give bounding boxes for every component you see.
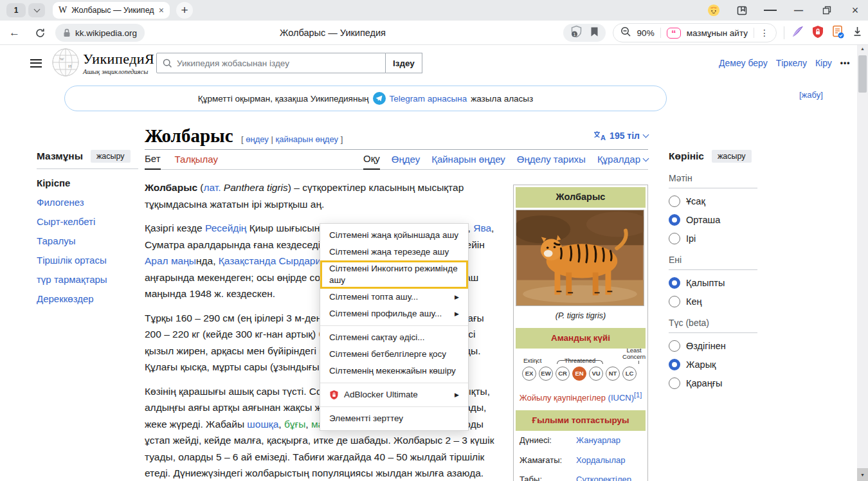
zoom-level[interactable]: 90% [637,28,655,38]
radio-option[interactable]: Ұсақ [669,195,757,207]
radio-option[interactable]: Орташа [669,214,757,226]
header-link[interactable]: Демеу беру [719,58,768,68]
protect-shield-button[interactable]: 1 [570,25,583,41]
scrollbar-down-icon[interactable]: ▼ [857,468,868,481]
wiki-menu-button[interactable] [30,57,42,69]
wikipedia-wordmark[interactable]: УикипедиЯ Ашық энциклопедиясы [83,51,154,75]
page-tab[interactable]: Талқылау [175,153,218,169]
toc-item[interactable]: Дереккөздер [37,293,138,304]
restore-button[interactable] [820,6,833,15]
wiki-link[interactable]: Арал маңы [145,255,196,266]
menu-item-highlighted[interactable]: Сілтемені Инкогнито режимінде ашу [320,260,468,289]
toc-item[interactable]: Сырт-келбеті [37,216,138,227]
scrollbar-thumb[interactable] [858,55,867,93]
page-tab[interactable]: Құралдар [597,154,648,169]
iucn-link[interactable]: (IUCN) [608,393,634,403]
menu-item[interactable]: Сілтемені сақтау әдісі... [320,329,468,346]
wiki-link[interactable]: лат. [204,182,221,193]
radio-unselected[interactable] [669,296,680,307]
taxonomy-header: Ғылыми топтастыруы [516,410,646,431]
radio-unselected[interactable] [669,377,680,389]
article-title: Жолбарыс [145,125,233,146]
more-options-icon[interactable]: ⋮ [760,28,769,38]
tab-list-chevron-button[interactable] [28,3,45,17]
header-more-icon[interactable]: ••• [840,59,851,68]
radio-option[interactable]: Қалыпты [669,277,757,289]
close-window-button[interactable]: × [849,4,862,17]
page-tab[interactable]: Өңдеу [392,154,420,169]
telegram-link[interactable]: Telegram арнасына [390,94,467,104]
radio-option[interactable]: Ірі [669,233,757,244]
wiki-link[interactable]: Ява [473,222,491,233]
tab-close-icon[interactable]: × [159,5,164,15]
radio-selected[interactable] [669,359,680,370]
browser-menu-button[interactable] [764,8,777,13]
menu-item[interactable]: Сілтемені жаңа қойыншада ашу [320,227,468,244]
radio-option[interactable]: Өздігінен [669,340,757,352]
toc-item[interactable]: Кіріспе [37,177,138,188]
taxonomy-value[interactable]: Жануарлар [576,432,620,449]
menu-item[interactable]: Сілтемені топта ашу...▶ [320,289,468,305]
new-tab-button[interactable]: + [176,2,193,19]
menu-item[interactable]: Сілтеменің мекенжайын көшіру [320,363,468,379]
page-tab[interactable]: Оқу [363,153,380,170]
side-panel-button[interactable] [736,5,748,16]
minimize-button[interactable]: — [792,5,805,15]
taxonomy-row: Дүниесі:Жануарлар [516,431,646,451]
wiki-link[interactable]: Ресейдің [205,222,246,233]
wiki-link[interactable]: Қазақстанда [219,255,276,266]
page-scrollbar[interactable]: ▲ ▼ [857,45,868,481]
radio-unselected[interactable] [669,195,680,207]
read-aloud-button[interactable]: мазмұнын айту [687,28,748,38]
browser-tab[interactable]: W Жолбарыс — Уикипеди × [53,2,170,19]
menu-item[interactable]: Сілтемені жаңа терезеде ашу [320,244,468,260]
page-tab[interactable]: Қайнарын өңдеу [431,154,505,169]
menu-item[interactable]: Сілтемені бетбелгілерге қосу [320,346,468,363]
search-input[interactable]: Уикипедия жобасынан іздеу [156,53,386,73]
tab-counter-button[interactable]: 1 [6,3,26,17]
menu-item[interactable]: Сілтемені профильде ашу...▶ [320,305,468,322]
toc-item[interactable]: түр тармақтары [37,274,138,285]
page-tab[interactable]: Өңделу тарихы [517,154,586,169]
translate-doc-button[interactable] [831,25,845,41]
status-ref-link[interactable]: [1] [634,390,642,398]
radio-selected[interactable] [669,214,680,226]
profile-avatar[interactable] [707,3,720,17]
edit-link[interactable]: өңдеу [246,134,269,144]
zoom-out-button[interactable] [620,26,631,40]
taxonomy-value[interactable]: Сүтқоректілер [576,471,631,481]
radio-option[interactable]: Жарық [669,359,757,370]
scrollbar-up-icon[interactable]: ▲ [857,46,868,51]
menu-item[interactable]: AdBlocker Ultimate▶ [320,386,468,403]
header-link[interactable]: Тіркелу [776,58,807,68]
page-tab[interactable]: Бет [145,153,161,170]
header-link[interactable]: Кіру [815,58,832,68]
downloads-button[interactable] [852,26,863,40]
wiki-link[interactable]: шошқа [247,419,278,430]
toc-item[interactable]: Тіршілік ортасы [37,255,138,266]
wiki-link-visited[interactable]: бұғы [284,419,305,430]
appearance-section-label: Мәтін [669,173,757,188]
toc-item[interactable]: Филогенез [37,197,138,208]
radio-option[interactable]: Қараңғы [669,377,757,389]
wikipedia-logo[interactable]: WИ [51,48,80,80]
toc-item[interactable]: Таралуы [37,235,138,246]
menu-item[interactable]: Элементті зерттеу [320,410,468,427]
bookmark-button[interactable] [590,26,599,40]
edit-pen-button[interactable] [791,25,804,41]
status-text-link[interactable]: Жойылу қаупіндегілер [520,393,606,403]
tiger-photo[interactable] [516,210,644,306]
toc-hide-button[interactable]: жасыру [91,150,131,163]
taxonomy-value[interactable]: Хордалылар [576,452,625,469]
radio-unselected[interactable] [669,233,680,244]
appearance-hide-button[interactable]: жасыру [712,150,752,163]
banner-close-link[interactable]: [жабу] [799,90,823,100]
search-button[interactable]: Іздеу [386,53,422,73]
submenu-arrow-icon: ▶ [455,389,459,401]
adblocker-toolbar-button[interactable] [811,25,824,41]
radio-option[interactable]: Кең [669,296,757,307]
radio-selected[interactable] [669,277,680,289]
edit-source-link[interactable]: қайнарын өңдеу [275,134,338,144]
language-selector[interactable]: A 195 тіл [593,131,648,141]
radio-unselected[interactable] [669,340,680,352]
